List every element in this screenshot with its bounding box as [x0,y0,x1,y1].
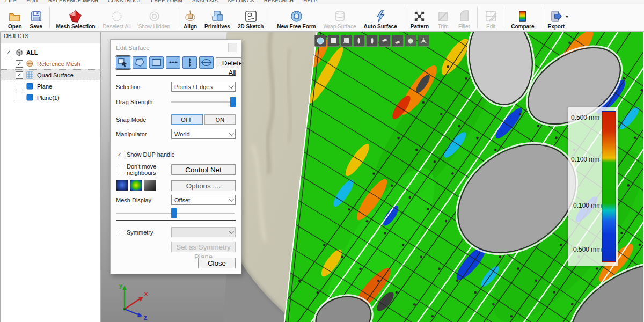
manipulator-label: Manipulator [116,131,171,137]
tree-item-plane[interactable]: Plane [1,80,100,92]
options-button[interactable]: Options .... [171,180,236,191]
delete-all-button[interactable]: Delete All [216,57,241,68]
open-button[interactable]: Open [4,4,26,31]
align-button[interactable]: Align [180,4,201,31]
display-deviation-thumbnail[interactable] [130,180,142,191]
menu-free-form[interactable]: FREE FORM [151,0,182,4]
legend-color-bar [602,111,616,262]
tree-item-plane-1[interactable]: Plane(1) [1,92,100,103]
view-left-icon[interactable] [353,35,365,47]
wrap-surface-button[interactable]: Wrap Surface [320,4,360,31]
auto-surface-button[interactable]: Auto Surface [360,4,400,31]
symmetry-checkbox[interactable] [116,229,123,236]
new-free-form-button[interactable]: New Free Form [273,4,319,31]
view-front-icon[interactable] [327,35,339,47]
snap-off-button[interactable]: OFF [171,114,203,125]
normal-view-icon[interactable] [418,35,429,47]
set-symmetry-plane-button[interactable]: Set as Symmetry Plane [171,241,236,252]
dont-move-checkbox[interactable] [116,166,123,173]
trim-button[interactable]: Trim [433,4,453,31]
plane-icon [26,82,34,90]
menu-research[interactable]: RESEARCH [264,0,294,4]
fillet-icon [457,10,471,23]
objects-panel: OBJECTS ✓ ALL ✓ Reference Mesh [0,32,101,322]
symmetry-plane-dropdown[interactable] [171,227,236,237]
mesh-display-slider-thumb[interactable] [171,208,177,218]
tree-item-all[interactable]: ✓ ALL [1,47,100,58]
objects-tree: ✓ ALL ✓ Reference Mesh ✓ [1,43,100,103]
pattern-button[interactable]: Pattern [407,4,433,31]
sphere-select-icon[interactable] [314,35,326,47]
export-icon [550,10,563,23]
viewport: Edit Surface [101,32,643,322]
loop-select-tool[interactable] [199,56,214,69]
view-right-icon[interactable] [366,35,378,47]
checkbox-reference-mesh[interactable]: ✓ [16,60,23,68]
mesh-display-dropdown[interactable]: Offset [171,195,236,205]
chevron-down-icon [229,130,234,136]
checkbox-plane[interactable] [16,83,23,90]
menu-construct[interactable]: CONSTRUCT [108,0,141,4]
trim-icon [436,10,450,23]
mesh-display-slider[interactable] [116,208,235,218]
main-toolbar: Open Save Mesh Selection Deselect All Sh… [0,4,644,32]
axis-x-label: x [144,290,148,297]
primitives-button[interactable]: Primitives [201,4,234,31]
view-bottom-icon[interactable] [392,35,404,47]
plane-icon [26,93,34,101]
export-button[interactable]: ▼ Export [544,4,569,31]
show-dup-checkbox[interactable]: ✓ [116,151,123,158]
row-select-tool[interactable] [166,56,180,69]
menu-file[interactable]: FILE [5,0,17,4]
toolbar-separator [504,7,504,28]
manipulator-dropdown[interactable]: World [171,129,236,139]
deselect-all-button[interactable]: Deselect All [99,4,134,31]
checkbox-plane-1[interactable] [16,94,23,101]
select-points-tool[interactable] [116,56,130,69]
dialog-close-icon[interactable] [228,43,237,52]
snap-on-button[interactable]: ON [204,114,236,125]
display-shaded-thumbnail[interactable] [144,180,156,191]
lasso-select-tool[interactable] [133,56,147,69]
menu-help[interactable]: HELP [303,0,317,4]
drag-strength-slider[interactable] [171,97,236,107]
drag-strength-slider-thumb[interactable] [230,97,236,107]
show-hidden-button[interactable]: Show Hidden [135,4,174,31]
menu-analysis[interactable]: ANALYSIS [192,0,218,4]
wrap-surface-icon [333,10,347,23]
deselect-all-icon [110,10,123,23]
menu-edit[interactable]: EDIT [26,0,39,4]
axis-y-label: y [119,282,123,289]
tree-item-quad-surface[interactable]: ✓ Quad Surface [1,69,100,80]
fillet-button[interactable]: Fillet [453,4,474,31]
dialog-divider [116,220,236,221]
drag-strength-label: Drag Strength [116,99,171,105]
save-button[interactable]: Save [26,4,47,31]
menu-reference-mesh[interactable]: REFERENCE MESH [48,0,98,4]
display-plain-thumbnail[interactable] [116,180,128,191]
toolbar-separator [541,7,541,28]
checkbox-all[interactable]: ✓ [5,49,12,56]
control-net-button[interactable]: Control Net [171,164,236,175]
compare-button[interactable]: Compare [507,4,538,31]
rectangle-select-tool[interactable] [149,56,164,69]
tree-item-reference-mesh[interactable]: ✓ Reference Mesh [1,58,100,69]
column-select-tool[interactable] [182,56,197,69]
axis-triad: y x z [108,281,153,320]
symmetry-label: Symmetry [127,229,171,236]
menu-settings[interactable]: SETTINGS [228,0,254,4]
view-back-icon[interactable] [340,35,352,47]
mesh-selection-button[interactable]: Mesh Selection [53,4,99,31]
close-button[interactable]: Close [198,258,236,268]
checkbox-quad-surface[interactable]: ✓ [16,71,23,79]
view-toolbar [314,35,429,47]
selection-dropdown[interactable]: Points / Edges [171,82,236,92]
export-dropdown-caret[interactable]: ▼ [565,15,569,19]
snap-mode-label: Snap Mode [116,116,171,123]
view-top-icon[interactable] [379,35,391,47]
mesh-display-label: Mesh Display [116,197,171,203]
legend-label-max: 0.500 mm [571,114,599,121]
view-iso-icon[interactable] [405,35,416,47]
2d-sketch-button[interactable]: 2D Sketch [234,4,267,31]
edit-button[interactable]: Edit [480,4,501,31]
